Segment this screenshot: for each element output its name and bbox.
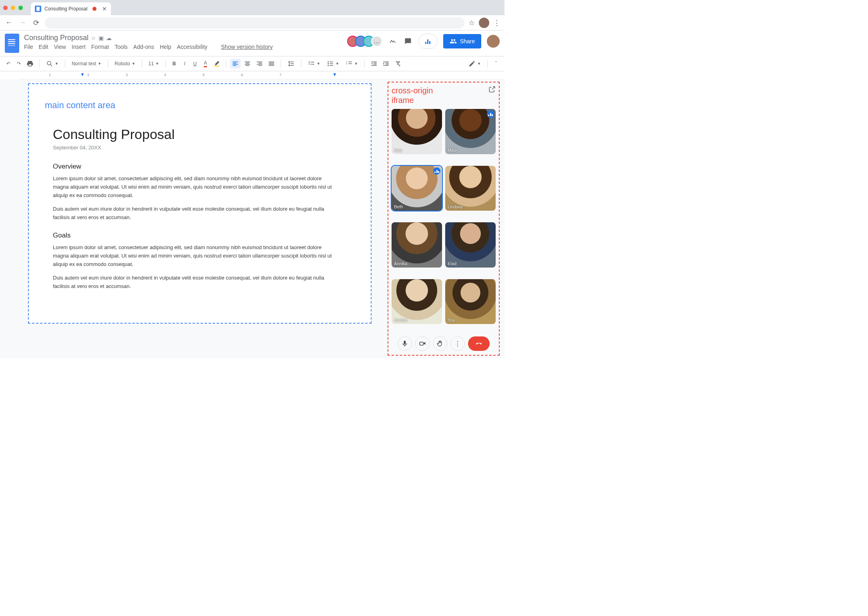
menu-addons[interactable]: Add-ons [133, 44, 154, 50]
redo-button[interactable]: ↷ [14, 59, 23, 68]
docs-favicon-icon [35, 6, 41, 12]
meet-call-controls: ⋮ [392, 332, 496, 355]
paragraph-style-dropdown[interactable]: Normal text▼ [69, 59, 104, 68]
popout-button[interactable] [488, 86, 496, 95]
speaking-indicator-icon [487, 111, 494, 118]
star-icon[interactable]: ☆ [91, 35, 96, 41]
outdent-button[interactable] [369, 59, 379, 68]
profile-avatar[interactable] [479, 18, 489, 28]
italic-button[interactable]: I [180, 59, 189, 68]
browser-tab[interactable]: Consulting Proposal ✕ [31, 2, 111, 15]
menu-help[interactable]: Help [160, 44, 171, 50]
section-heading-goals[interactable]: Goals [53, 232, 335, 240]
underline-button[interactable]: U [191, 59, 199, 68]
account-avatar[interactable] [487, 35, 500, 48]
svg-point-6 [328, 65, 329, 66]
print-button[interactable] [25, 59, 35, 68]
menu-view[interactable]: View [54, 44, 66, 50]
menu-edit[interactable]: Edit [39, 44, 48, 50]
forward-button[interactable]: → [18, 18, 27, 27]
share-button[interactable]: Share [443, 34, 481, 48]
checklist-button[interactable]: ▼ [305, 59, 323, 68]
participant-tile[interactable]: Beth [392, 166, 442, 211]
svg-rect-1 [214, 66, 219, 66]
window-controls [3, 0, 23, 15]
window-minimize-button[interactable] [11, 6, 15, 10]
align-justify-button[interactable] [266, 59, 277, 68]
paragraph[interactable]: Duis autem vel eum iriure dolor in hendr… [53, 205, 335, 222]
window-fullscreen-button[interactable] [18, 6, 23, 10]
section-heading-overview[interactable]: Overview [53, 163, 335, 171]
tab-title: Consulting Proposal [44, 6, 87, 12]
recording-indicator-icon [92, 7, 96, 11]
font-size-dropdown[interactable]: 11▼ [146, 59, 161, 68]
menu-insert[interactable]: Insert [72, 44, 86, 50]
zoom-dropdown[interactable]: ▼ [44, 59, 61, 68]
indent-marker-left[interactable]: ▼ [80, 72, 85, 77]
align-center-button[interactable] [242, 59, 253, 68]
editing-mode-button[interactable]: ▼ [466, 59, 483, 68]
paragraph[interactable]: Lorem ipsum dolor sit amet, consectetuer… [53, 175, 335, 199]
undo-button[interactable]: ↶ [4, 59, 13, 68]
align-left-button[interactable] [230, 59, 241, 68]
bullet-list-button[interactable]: ▼ [324, 59, 342, 68]
participant-tile[interactable]: You [445, 279, 496, 324]
comments-icon[interactable] [403, 36, 413, 46]
svg-rect-3 [309, 63, 310, 64]
horizontal-ruler[interactable]: ▼ 1 2 3 4 5 6 7 ▼ [20, 71, 504, 79]
mute-mic-button[interactable] [398, 336, 412, 351]
menu-file[interactable]: File [24, 44, 33, 50]
line-spacing-button[interactable] [285, 59, 297, 68]
participant-tile[interactable]: Lindsay [445, 166, 496, 211]
document-title-input[interactable]: Consulting Proposal [24, 34, 88, 42]
indent-button[interactable] [381, 59, 391, 68]
document-canvas[interactable]: main content area Consulting Proposal Se… [0, 79, 388, 358]
hide-menus-button[interactable]: ˆ [492, 59, 500, 68]
text-color-button[interactable]: A [201, 59, 210, 68]
menu-format[interactable]: Format [91, 44, 109, 50]
more-options-button[interactable]: ⋮ [450, 336, 465, 351]
meet-join-button[interactable] [418, 34, 438, 49]
participant-tile[interactable]: Annika [392, 222, 442, 268]
reload-button[interactable]: ⟳ [31, 18, 41, 27]
meet-sidebar: cross-origin iframe Aziz Mike Beth Linds… [388, 82, 500, 356]
bold-button[interactable]: B [170, 59, 179, 68]
browser-menu-button[interactable]: ⋮ [493, 18, 500, 27]
camera-toggle-button[interactable] [415, 336, 430, 351]
back-button[interactable]: ← [4, 18, 14, 27]
paragraph[interactable]: Duis autem vel eum iriure dolor in hendr… [53, 274, 335, 291]
align-right-button[interactable] [254, 59, 265, 68]
docs-logo-icon[interactable] [5, 34, 19, 53]
address-bar-input[interactable] [45, 17, 464, 28]
paragraph[interactable]: Lorem ipsum dolor sit amet, consectetuer… [53, 244, 335, 268]
participant-tile[interactable]: Mike [445, 109, 496, 154]
collaborator-overflow[interactable]: ... [371, 36, 382, 47]
menu-accessibility[interactable]: Accessibility [177, 44, 207, 50]
voice-activity-icon [425, 38, 430, 44]
svg-point-5 [328, 63, 329, 64]
window-close-button[interactable] [3, 6, 8, 10]
numbered-list-button[interactable]: 12▼ [343, 59, 360, 68]
document-date[interactable]: September 04, 20XX [53, 145, 335, 151]
highlight-color-button[interactable] [211, 59, 222, 68]
hangup-button[interactable] [468, 336, 490, 351]
move-folder-icon[interactable]: ▣ [98, 35, 104, 41]
browser-tab-strip: Consulting Proposal ✕ [0, 0, 504, 15]
activity-icon[interactable] [388, 36, 398, 46]
menu-tools[interactable]: Tools [115, 44, 128, 50]
participant-tile[interactable]: Elad [445, 222, 496, 268]
participant-tile[interactable]: Jordan [392, 279, 442, 324]
version-history-link[interactable]: Show version history [221, 44, 273, 50]
tab-close-button[interactable]: ✕ [102, 6, 107, 12]
participant-tile[interactable]: Aziz [392, 109, 442, 154]
font-family-dropdown[interactable]: Roboto▼ [112, 59, 138, 68]
browser-toolbar: ← → ⟳ ☆ ⋮ [0, 15, 504, 30]
clear-formatting-button[interactable] [393, 59, 403, 68]
bookmark-star-icon[interactable]: ☆ [468, 18, 475, 27]
speaking-indicator-icon [433, 167, 440, 175]
indent-marker-right[interactable]: ▼ [332, 72, 337, 77]
document-page[interactable]: main content area Consulting Proposal Se… [28, 83, 372, 324]
document-heading[interactable]: Consulting Proposal [53, 127, 335, 142]
collaborator-avatars[interactable]: ... [350, 36, 382, 47]
raise-hand-button[interactable] [433, 336, 447, 351]
